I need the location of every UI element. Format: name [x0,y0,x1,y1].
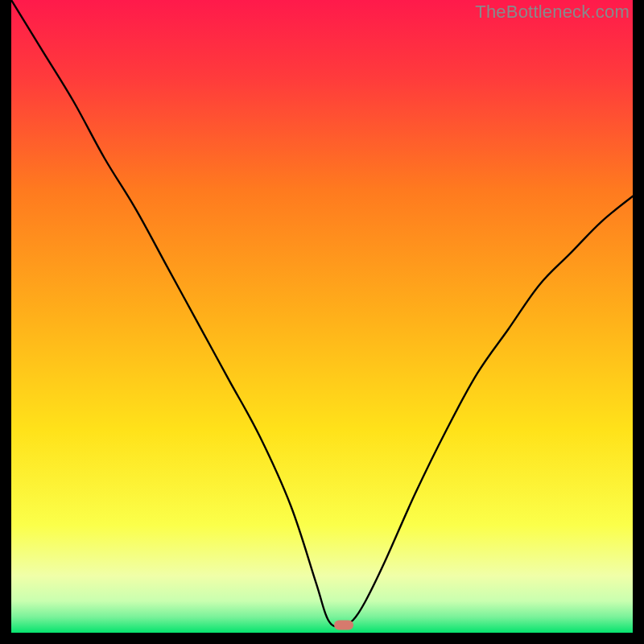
watermark-text: TheBottleneck.com [475,2,630,23]
optimal-point-marker [334,621,353,630]
gradient-background [11,0,633,633]
chart-frame [11,0,633,633]
bottleneck-chart [11,0,633,633]
